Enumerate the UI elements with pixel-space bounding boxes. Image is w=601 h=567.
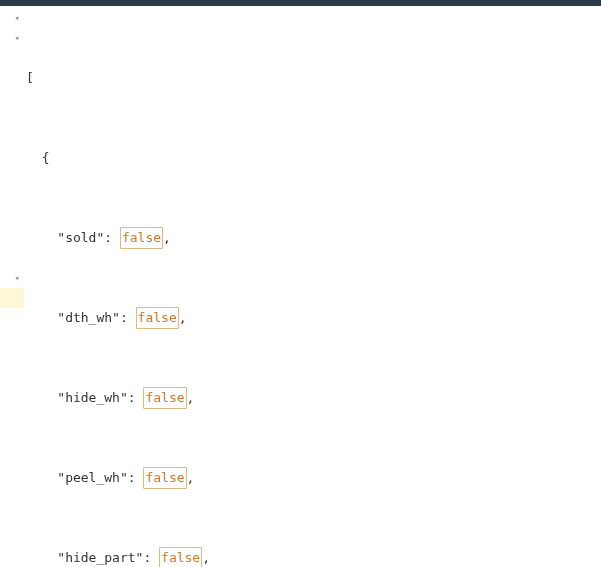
- json-bool: false: [120, 227, 163, 249]
- bracket-open: [: [26, 68, 34, 88]
- code-line: [: [26, 68, 601, 88]
- code-line: "peel_wh": false,: [26, 468, 601, 488]
- code-editor: ▾ ▾ ▾ [ { "sold": false,: [0, 6, 601, 567]
- json-bool: false: [143, 387, 186, 409]
- json-key: "hide_wh": [57, 388, 127, 408]
- code-area[interactable]: [ { "sold": false, "dth_wh": false, "hid…: [24, 6, 601, 567]
- code-line: {: [26, 148, 601, 168]
- json-bool: false: [143, 467, 186, 489]
- brace-open: {: [42, 148, 50, 168]
- code-line: "sold": false,: [26, 228, 601, 248]
- json-bool: false: [159, 547, 202, 567]
- json-bool: false: [136, 307, 179, 329]
- code-line: "hide_part": false,: [26, 548, 601, 567]
- json-key: "peel_wh": [57, 468, 127, 488]
- json-key: "dth_wh": [57, 308, 120, 328]
- json-key: "hide_part": [57, 548, 143, 567]
- code-line: "hide_wh": false,: [26, 388, 601, 408]
- code-line: "dth_wh": false,: [26, 308, 601, 328]
- fold-toggle-icon[interactable]: ▾: [15, 274, 20, 283]
- fold-toggle-icon[interactable]: ▾: [15, 14, 20, 23]
- fold-gutter: ▾ ▾ ▾: [0, 6, 24, 567]
- json-key: "sold": [57, 228, 104, 248]
- fold-toggle-icon[interactable]: ▾: [15, 34, 20, 43]
